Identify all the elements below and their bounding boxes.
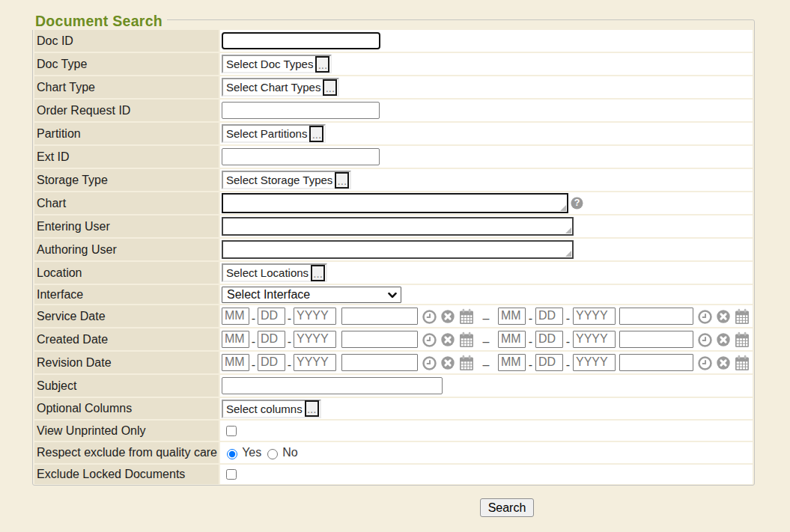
svg-text:?: ? bbox=[574, 198, 580, 208]
